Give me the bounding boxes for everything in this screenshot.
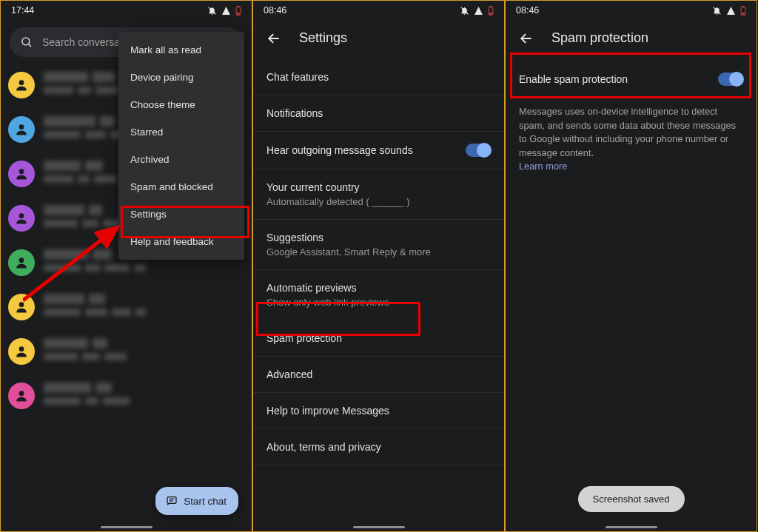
avatar	[8, 205, 35, 232]
svg-rect-15	[167, 497, 176, 504]
menu-item-spam-and-blocked[interactable]: Spam and blocked	[118, 173, 244, 201]
setting-label: Your current country	[266, 181, 491, 193]
setting-notifications[interactable]: Notifications	[253, 95, 504, 132]
avatar	[8, 249, 35, 276]
bell-off-icon	[712, 6, 722, 16]
svg-point-8	[19, 169, 24, 174]
svg-rect-26	[742, 13, 745, 14]
setting-label: About, terms and privacy	[266, 441, 491, 453]
menu-item-archived[interactable]: Archived	[118, 146, 244, 173]
toggle-switch[interactable]	[718, 73, 743, 86]
menu-item-help-and-feedback[interactable]: Help and feedback	[118, 228, 244, 255]
title-bar: Spam protection	[506, 20, 757, 59]
svg-point-4	[22, 38, 30, 45]
conversation-item[interactable]	[8, 383, 244, 409]
toggle-label: Enable spam protection	[519, 73, 628, 85]
start-chat-fab[interactable]: Start chat	[155, 487, 238, 515]
back-icon[interactable]	[519, 31, 534, 46]
screen-settings: 08:46 Settings Chat featuresNotification…	[252, 0, 505, 532]
svg-point-6	[19, 80, 24, 85]
svg-point-10	[19, 257, 24, 263]
setting-label: Suggestions	[266, 232, 491, 243]
bell-off-icon	[460, 6, 469, 16]
setting-hear-outgoing-message-sounds[interactable]: Hear outgoing message sounds	[253, 132, 504, 169]
avatar	[8, 116, 35, 143]
enable-spam-toggle-row[interactable]: Enable spam protection	[506, 59, 757, 101]
status-time: 17:44	[11, 5, 34, 16]
settings-list: Chat featuresNotificationsHear outgoing …	[253, 59, 504, 465]
nav-handle[interactable]	[101, 526, 152, 528]
setting-about-terms-and-privacy[interactable]: About, terms and privacy	[253, 429, 504, 465]
status-bar: 08:46	[506, 1, 757, 20]
svg-point-9	[19, 213, 24, 218]
svg-point-12	[19, 346, 24, 351]
avatar	[8, 72, 35, 98]
screen-messages-home: 17:44 Search conversati Mark all as read…	[0, 0, 252, 532]
menu-item-device-pairing[interactable]: Device pairing	[118, 64, 244, 91]
avatar	[8, 338, 35, 365]
setting-sublabel: Google Assistant, Smart Reply & more	[266, 246, 491, 257]
setting-sublabel: Automatically detected ( ______ )	[266, 196, 491, 207]
setting-label: Spam protection	[266, 332, 491, 344]
status-time: 08:46	[516, 5, 539, 16]
status-bar: 17:44	[1, 1, 252, 20]
setting-sublabel: Show only web link previews	[266, 297, 491, 308]
chat-icon	[166, 495, 178, 507]
conversation-preview	[44, 161, 116, 183]
signal-icon	[474, 6, 483, 16]
bell-off-icon	[207, 6, 217, 16]
avatar	[8, 383, 35, 409]
title-bar: Settings	[253, 20, 504, 59]
battery-low-icon	[740, 6, 746, 16]
spam-description: Messages uses on-device intelligence to …	[506, 101, 757, 174]
back-icon[interactable]	[266, 31, 281, 46]
fab-label: Start chat	[184, 496, 227, 507]
toast-screenshot-saved: Screenshot saved	[577, 486, 684, 512]
svg-rect-3	[237, 13, 240, 14]
setting-chat-features[interactable]: Chat features	[253, 59, 504, 95]
signal-icon	[221, 6, 231, 16]
status-icons	[712, 6, 746, 16]
svg-line-5	[29, 44, 31, 47]
svg-point-7	[19, 124, 24, 129]
conversation-preview	[44, 294, 146, 316]
nav-handle[interactable]	[606, 526, 657, 528]
battery-low-icon	[488, 6, 494, 16]
search-icon	[20, 36, 33, 49]
toggle-switch[interactable]	[466, 144, 491, 157]
status-icons	[460, 6, 494, 16]
svg-rect-20	[490, 6, 492, 7]
setting-automatic-previews[interactable]: Automatic previewsShow only web link pre…	[253, 270, 504, 320]
signal-icon	[726, 6, 736, 16]
setting-label: Hear outgoing message sounds	[266, 144, 413, 156]
page-title: Spam protection	[551, 30, 648, 46]
learn-more-link[interactable]: Learn more	[519, 161, 567, 172]
setting-advanced[interactable]: Advanced	[253, 357, 504, 393]
menu-item-mark-all-as-read[interactable]: Mark all as read	[118, 36, 244, 64]
setting-suggestions[interactable]: SuggestionsGoogle Assistant, Smart Reply…	[253, 220, 504, 270]
page-title: Settings	[299, 30, 347, 46]
menu-item-settings[interactable]: Settings	[118, 201, 244, 228]
menu-item-starred[interactable]: Starred	[118, 118, 244, 146]
setting-help-to-improve-messages[interactable]: Help to improve Messages	[253, 393, 504, 429]
svg-rect-25	[742, 6, 745, 7]
svg-point-13	[19, 391, 24, 396]
conversation-preview	[44, 383, 130, 405]
setting-label: Help to improve Messages	[266, 405, 491, 417]
setting-spam-protection[interactable]: Spam protection	[253, 320, 504, 357]
avatar	[8, 294, 35, 320]
setting-label: Notifications	[266, 107, 491, 119]
setting-label: Advanced	[266, 368, 491, 380]
setting-your-current-country[interactable]: Your current countryAutomatically detect…	[253, 169, 504, 220]
nav-handle[interactable]	[353, 526, 405, 528]
conversation-item[interactable]	[8, 294, 244, 320]
battery-low-icon	[235, 6, 241, 16]
overflow-menu: Mark all as readDevice pairingChoose the…	[118, 32, 244, 260]
screen-spam-protection: 08:46 Spam protection Enable spam protec…	[505, 0, 757, 532]
status-bar: 08:46	[253, 1, 504, 20]
svg-rect-2	[238, 6, 240, 7]
conversation-item[interactable]	[8, 338, 244, 365]
menu-item-choose-theme[interactable]: Choose theme	[118, 91, 244, 118]
setting-label: Chat features	[266, 71, 491, 83]
setting-label: Automatic previews	[266, 282, 491, 294]
